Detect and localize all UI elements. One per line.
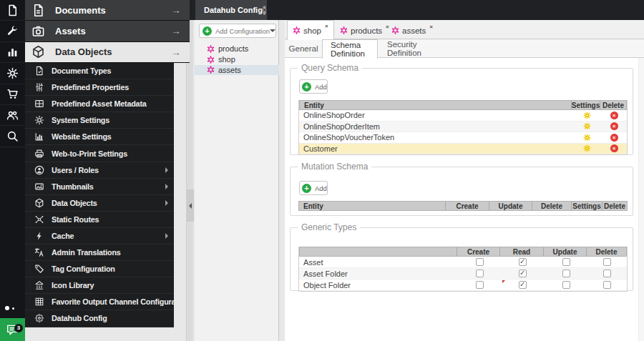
tab-general[interactable]: General <box>286 39 321 58</box>
add-configuration-dropdown[interactable] <box>270 29 275 32</box>
column-header-delete[interactable]: Delete <box>532 202 572 210</box>
column-header-update[interactable]: Update <box>489 202 532 210</box>
sidebar-item-document-types[interactable]: Document Types <box>25 63 174 79</box>
delete-checkbox[interactable] <box>603 270 611 277</box>
settings-nav-button[interactable] <box>0 63 25 84</box>
mutation-add-button[interactable]: Add <box>299 181 328 195</box>
delete-cell[interactable] <box>601 122 627 132</box>
create-checkbox[interactable] <box>476 270 484 277</box>
settings-cell[interactable] <box>572 144 601 154</box>
tab-assets[interactable]: assets <box>386 21 438 39</box>
column-header-create[interactable]: Create <box>457 247 500 256</box>
column-header-read[interactable]: Read <box>500 247 544 256</box>
table-row[interactable]: OnlineShopOrder <box>299 110 627 122</box>
column-header-delete[interactable]: Delete <box>587 247 626 256</box>
column-header-update[interactable]: Update <box>544 247 587 256</box>
close-icon[interactable] <box>429 24 433 30</box>
read-cell[interactable] <box>501 280 545 290</box>
settings-cell[interactable] <box>572 122 601 132</box>
tree-item-products[interactable]: products <box>195 44 279 54</box>
settings-cell[interactable] <box>572 132 601 143</box>
sidebar-item-web-to-print-settings[interactable]: Web-to-Print Settings <box>25 145 174 162</box>
query-add-button[interactable]: Add <box>299 79 328 94</box>
sidebar-item-website-settings[interactable]: Website Settings <box>25 129 174 145</box>
delete-cell[interactable] <box>601 132 627 143</box>
sidebar-item-datahub-config[interactable]: Datahub Config <box>25 310 174 327</box>
delete-cell[interactable] <box>601 144 627 154</box>
feedback-chat-button[interactable]: 3 <box>0 318 25 341</box>
delete-cell[interactable] <box>587 257 627 267</box>
reports-nav-button[interactable] <box>0 42 25 63</box>
sidebar-item-data-objects[interactable]: Data Objects <box>25 195 174 212</box>
create-cell[interactable] <box>458 257 501 267</box>
sidebar-item-favorite-output-channel-configurations[interactable]: Favorite Output Channel Configurations <box>25 294 174 310</box>
menu-item-assets[interactable]: Assets → <box>25 21 190 41</box>
tools-nav-button[interactable] <box>0 21 25 41</box>
read-checkbox[interactable] <box>519 281 527 289</box>
sidebar-item-system-settings[interactable]: System Settings <box>25 112 174 129</box>
tab-schema-definition[interactable]: Schema Definition <box>322 39 378 59</box>
update-cell[interactable] <box>545 257 587 267</box>
delete-cell[interactable] <box>587 280 627 290</box>
close-icon[interactable] <box>263 6 266 15</box>
column-header-entity[interactable]: Entity <box>300 101 572 109</box>
add-configuration-button[interactable]: Add Configuration <box>199 24 276 38</box>
table-row[interactable]: Customer <box>299 144 627 155</box>
update-cell[interactable] <box>545 280 587 290</box>
delete-cell[interactable] <box>601 110 627 121</box>
menu-item-data-objects[interactable]: Data Objects → <box>25 42 190 63</box>
table-row[interactable]: OnlineShopVoucherToken <box>299 132 627 144</box>
update-cell[interactable] <box>545 268 587 279</box>
create-cell[interactable] <box>458 280 501 290</box>
create-checkbox[interactable] <box>476 258 484 266</box>
sidebar-item-admin-translations[interactable]: Admin Translations <box>25 244 174 261</box>
delete-icon <box>610 144 618 152</box>
column-header-settings[interactable]: Settings <box>572 202 602 210</box>
sidebar-item-static-routes[interactable]: Static Routes <box>25 212 174 228</box>
column-header-entity[interactable]: Entity <box>299 202 446 210</box>
west-splitter[interactable] <box>186 20 193 341</box>
read-cell[interactable] <box>501 257 545 267</box>
vertical-scrollbar[interactable] <box>638 58 644 341</box>
read-cell[interactable] <box>501 268 545 279</box>
tab-security-definition[interactable]: Security Definition <box>379 39 441 58</box>
column-header-settings[interactable]: Settings <box>572 101 600 109</box>
tree-item-shop[interactable]: shop <box>195 54 279 65</box>
column-header-delete[interactable]: Delete <box>600 101 626 109</box>
menu-item-documents[interactable]: Documents → <box>25 0 190 21</box>
table-row[interactable]: OnlineShopOrderItem <box>299 122 627 133</box>
delete-checkbox[interactable] <box>603 281 611 289</box>
create-checkbox[interactable] <box>476 281 484 289</box>
read-checkbox[interactable] <box>519 270 527 277</box>
tab-products[interactable]: products <box>335 21 394 39</box>
create-cell[interactable] <box>458 268 501 279</box>
configuration-list: products shop assets <box>195 44 279 75</box>
update-checkbox[interactable] <box>562 270 570 277</box>
delete-cell[interactable] <box>587 268 627 279</box>
update-checkbox[interactable] <box>562 281 570 289</box>
plus-icon <box>203 26 212 36</box>
sidebar-item-cache[interactable]: Cache <box>25 228 174 244</box>
sidebar-item-icon-library[interactable]: Icon Library <box>25 277 174 294</box>
sidebar-item-predefined-properties[interactable]: Predefined Properties <box>25 79 174 96</box>
update-checkbox[interactable] <box>562 258 570 266</box>
read-checkbox[interactable] <box>519 258 527 266</box>
search-nav-button[interactable] <box>0 126 25 147</box>
close-icon[interactable] <box>325 23 328 29</box>
sidebar-item-users-roles[interactable]: Users / Roles <box>25 162 174 179</box>
collapse-handle[interactable] <box>187 189 194 222</box>
sidebar-item-thumbnails[interactable]: Thumbnails <box>25 179 174 195</box>
delete-checkbox[interactable] <box>603 258 611 266</box>
ecommerce-nav-button[interactable] <box>0 84 25 105</box>
users-nav-button[interactable] <box>0 105 25 126</box>
window-tab-datahub-config[interactable]: Datahub Config <box>195 0 267 20</box>
sidebar-item-predefined-asset-metadata[interactable]: Predefined Asset Metadata <box>25 96 174 112</box>
tree-item-assets[interactable]: assets <box>195 65 279 76</box>
column-header-create[interactable]: Create <box>446 202 489 210</box>
graphql-icon <box>207 66 215 74</box>
sidebar-item-tag-configuration[interactable]: Tag Configuration <box>25 261 174 277</box>
settings-cell[interactable] <box>572 110 601 121</box>
tab-shop[interactable]: shop <box>287 20 334 40</box>
documents-nav-button[interactable] <box>0 0 25 21</box>
column-header-delete2[interactable]: Delete <box>602 202 627 210</box>
